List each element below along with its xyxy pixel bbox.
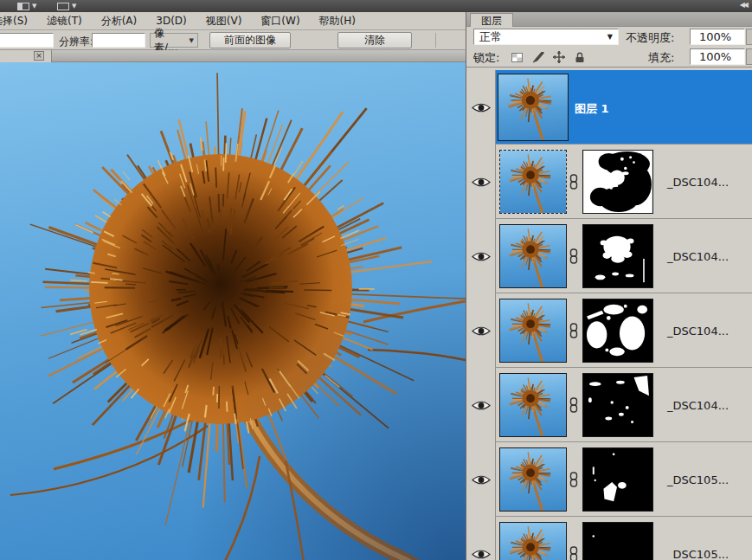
eye-icon — [472, 400, 491, 411]
layer-thumbnail[interactable] — [499, 522, 567, 560]
arrange-documents-button[interactable]: ▼ — [54, 1, 80, 11]
layer-name[interactable]: _DSC104... — [667, 250, 729, 263]
thistle-thumbnail-image — [500, 523, 566, 560]
eye-icon — [472, 251, 491, 262]
resolution-input[interactable] — [92, 33, 145, 48]
layer-thumbnail[interactable] — [499, 447, 567, 512]
collapse-panels-icon[interactable]: ◀◀ — [740, 1, 747, 9]
application-bar: ▼ ▼ ◀◀ — [0, 0, 752, 12]
eye-icon — [472, 474, 491, 486]
opacity-spinner[interactable] — [746, 29, 752, 45]
menu-help[interactable]: 帮助(H) — [319, 14, 356, 29]
layer-thumbnail[interactable] — [499, 299, 567, 363]
layer-row[interactable]: _DSC105... — [466, 517, 752, 560]
thistle-thumbnail-image — [500, 299, 566, 362]
link-mask-icon[interactable] — [569, 546, 579, 560]
layer-name[interactable]: _DSC105... — [667, 473, 729, 486]
lock-pixels-brush-icon[interactable] — [530, 50, 545, 64]
thistle-thumbnail-image — [500, 151, 566, 213]
layer-name[interactable]: _DSC104... — [667, 325, 729, 338]
link-mask-icon[interactable] — [569, 323, 579, 341]
photoshop-window: ▼ ▼ ◀◀ 选择(S) 滤镜(T) 分析(A) 3D(D) 视图(V) 窗口(… — [0, 0, 752, 560]
layer-mask-thumbnail[interactable] — [582, 447, 653, 512]
tab-layers[interactable]: 图层 — [470, 13, 513, 27]
layer-mask-thumbnail[interactable] — [582, 522, 653, 560]
layer-name[interactable]: 图层 1 — [575, 101, 609, 117]
lock-row: 锁定: 填充: 100% — [466, 47, 752, 68]
grid-icon — [17, 3, 29, 10]
layer-row[interactable]: _DSC104... — [466, 368, 752, 442]
thistle-thumbnail-image — [498, 74, 568, 140]
lock-transparency-icon[interactable] — [510, 50, 524, 64]
fill-spinner[interactable] — [746, 48, 752, 65]
document-tab[interactable]: × — [0, 50, 52, 62]
layer-thumbnail[interactable] — [499, 373, 567, 437]
eye-icon — [472, 325, 491, 337]
layer-list: 图层 1 _DSC104... — [466, 70, 752, 560]
menu-filter[interactable]: 滤镜(T) — [47, 14, 82, 29]
fill-input[interactable]: 100% — [690, 48, 745, 65]
layer-thumbnail[interactable] — [499, 224, 567, 288]
layer-mask-thumbnail[interactable] — [582, 224, 653, 288]
front-image-button[interactable]: 前面的图像 — [209, 32, 291, 48]
lock-all-padlock-icon[interactable] — [572, 50, 587, 64]
menu-select[interactable]: 选择(S) — [0, 14, 28, 29]
layer-row[interactable]: _DSC105... — [466, 442, 752, 517]
layer-row[interactable]: _DSC104... — [466, 293, 752, 368]
layer-name[interactable]: _DSC104... — [667, 399, 729, 412]
tool-options-bar: 分辨率: 像素/... ▼ 前面的图像 清除 — [0, 30, 466, 50]
eye-icon — [472, 549, 491, 560]
layer-thumbnail[interactable] — [499, 150, 567, 214]
lock-position-move-icon[interactable] — [551, 50, 566, 64]
chevron-down-icon: ▼ — [190, 37, 194, 44]
eye-icon — [472, 102, 491, 113]
document-layout-icon — [57, 3, 69, 10]
close-icon[interactable]: × — [34, 51, 44, 61]
menu-view[interactable]: 视图(V) — [206, 14, 242, 29]
link-mask-icon[interactable] — [569, 248, 579, 267]
layer-mask-thumbnail[interactable] — [582, 299, 653, 363]
clear-button[interactable]: 清除 — [337, 32, 412, 48]
thistle-thumbnail-image — [500, 448, 566, 511]
layer-row[interactable]: _DSC104... — [466, 145, 752, 219]
layers-panel: 图层 正常 ▼ 不透明度: 100% 锁定: 填充 — [466, 12, 752, 560]
chevron-down-icon: ▼ — [607, 33, 613, 41]
blend-mode-row: 正常 ▼ 不透明度: 100% — [466, 27, 752, 47]
resolution-label: 分辨率: — [59, 35, 93, 49]
visibility-toggle[interactable] — [466, 219, 496, 293]
menu-window[interactable]: 窗口(W) — [260, 14, 299, 29]
thistle-thumbnail-image — [500, 374, 566, 436]
link-mask-icon[interactable] — [569, 472, 579, 490]
menu-analysis[interactable]: 分析(A) — [101, 14, 138, 29]
layer-name[interactable]: _DSC105... — [667, 548, 729, 560]
view-extras-button[interactable]: ▼ — [14, 1, 40, 11]
layer-thumbnail[interactable] — [498, 74, 569, 141]
opacity-input[interactable]: 100% — [690, 29, 745, 45]
canvas[interactable] — [0, 62, 466, 560]
link-mask-icon[interactable] — [569, 174, 579, 192]
lock-label: 锁定: — [473, 50, 499, 66]
visibility-toggle[interactable] — [466, 145, 496, 219]
blend-mode-value: 正常 — [479, 29, 502, 45]
layer-row[interactable]: 图层 1 — [466, 70, 752, 145]
fill-label: 填充: — [648, 50, 674, 66]
visibility-toggle[interactable] — [466, 442, 496, 517]
width-input[interactable] — [0, 33, 54, 48]
blend-mode-select[interactable]: 正常 ▼ — [473, 29, 619, 45]
layer-row[interactable]: _DSC104... — [466, 219, 752, 293]
thistle-thumbnail-image — [500, 225, 566, 287]
visibility-toggle[interactable] — [466, 70, 496, 145]
layer-mask-thumbnail[interactable] — [582, 150, 653, 214]
panel-tab-bar: 图层 — [466, 12, 752, 27]
layer-name[interactable]: _DSC104... — [667, 176, 729, 189]
layer-mask-thumbnail[interactable] — [582, 373, 653, 437]
unit-dropdown[interactable]: 像素/... ▼ — [150, 33, 198, 48]
visibility-toggle[interactable] — [466, 517, 496, 560]
eye-icon — [472, 177, 491, 188]
link-mask-icon[interactable] — [569, 397, 579, 415]
chevron-down-icon: ▼ — [72, 3, 76, 10]
visibility-toggle[interactable] — [466, 293, 496, 368]
visibility-toggle[interactable] — [466, 368, 496, 442]
options-separator — [435, 33, 436, 48]
menu-bar: 选择(S) 滤镜(T) 分析(A) 3D(D) 视图(V) 窗口(W) 帮助(H… — [0, 12, 466, 30]
